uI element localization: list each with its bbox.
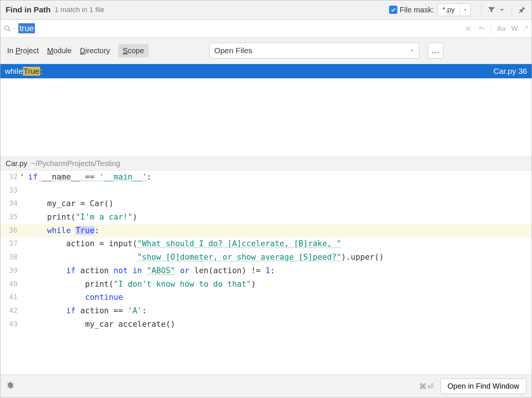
file-mask-combobox[interactable]: *.py [437, 3, 471, 16]
scope-toolbar: In Project Module Directory Scope Open F… [0, 37, 532, 64]
preview-file: Car.py [6, 159, 27, 168]
gutter-line-number: 35 [0, 211, 20, 223]
gutter-line-number: 38 [0, 251, 20, 263]
file-mask-checkbox[interactable] [389, 6, 397, 14]
gutter-line-number: 34 [0, 197, 20, 209]
separator [512, 5, 512, 15]
gutter-line-number: 42 [0, 304, 20, 316]
search-input-value: true [18, 23, 35, 33]
result-line: 36 [518, 67, 527, 76]
code-line: if action not in "ABOS" or len(action) !… [27, 264, 275, 278]
clear-icon[interactable] [464, 24, 472, 33]
filter-icon[interactable] [487, 5, 496, 14]
code-line: continue [27, 291, 123, 304]
gutter-line-number: 39 [0, 264, 20, 276]
svg-point-0 [5, 26, 9, 30]
open-in-find-window-button[interactable]: Open in Find Window [440, 379, 526, 394]
run-gutter-icon[interactable] [20, 171, 27, 177]
chevron-down-icon [409, 48, 415, 53]
scope-tab-scope[interactable]: Scope [118, 44, 149, 57]
dialog-footer: ⌘⏎ Open in Find Window [0, 374, 532, 398]
code-line: action = input("What should I do? [A]cce… [27, 237, 341, 251]
gutter-line-number: 36 [0, 224, 20, 236]
dialog-title: Find in Path [6, 5, 51, 14]
chevron-down-small-icon[interactable] [497, 5, 506, 14]
result-file: Car.py [493, 67, 516, 76]
result-pre: while [5, 67, 23, 76]
code-line: while True: [27, 224, 99, 238]
scope-more-button[interactable]: ... [428, 43, 443, 58]
preview-header: Car.py ~/PycharmProjects/Testing [0, 157, 532, 171]
scope-tab-module[interactable]: Module [47, 44, 72, 57]
match-count: 1 match in 1 file [54, 6, 104, 14]
results-empty-area [0, 78, 532, 157]
gutter-line-number: 37 [0, 237, 20, 249]
gutter-line-number: 33 [0, 184, 20, 196]
code-preview[interactable]: 32 if __name__ == '__main__': 33 34 my_c… [0, 171, 532, 374]
result-row[interactable]: while True : Car.py 36 [0, 64, 532, 78]
dialog-header: Find in Path 1 match in 1 file File mask… [0, 0, 532, 19]
search-icon [3, 24, 12, 33]
preview-path: ~/PycharmProjects/Testing [31, 159, 120, 168]
search-input[interactable]: true [18, 24, 464, 33]
match-case-toggle[interactable]: Aa [497, 24, 506, 33]
scope-dropdown[interactable]: Open Files [209, 43, 419, 58]
scope-tab-directory[interactable]: Directory [80, 44, 110, 57]
scope-tab-project[interactable]: In Project [7, 44, 39, 57]
code-line: if action == 'A': [27, 304, 147, 318]
gutter-line-number: 40 [0, 278, 20, 290]
scope-dropdown-value: Open Files [214, 46, 252, 55]
gear-icon[interactable] [6, 381, 14, 391]
file-mask-label: File mask: [400, 6, 434, 14]
gutter-line-number: 32 [0, 171, 20, 183]
result-post: : [40, 67, 42, 76]
code-line: if __name__ == '__main__': [27, 171, 152, 184]
whole-words-toggle[interactable]: W [511, 24, 518, 33]
pin-icon[interactable] [517, 5, 526, 14]
separator [491, 24, 491, 33]
code-line: "show [O]dometer, or show average [S]pee… [27, 251, 384, 264]
separator [481, 5, 482, 15]
chevron-down-icon[interactable] [459, 4, 470, 16]
file-mask-value: *.py [438, 6, 459, 14]
undo-icon[interactable] [478, 24, 486, 33]
code-line [27, 184, 33, 198]
search-bar: true Aa W .* [0, 19, 532, 37]
gutter-line-number: 41 [0, 291, 20, 303]
regex-toggle[interactable]: .* [523, 24, 528, 33]
code-line: my_car accelerate() [27, 318, 175, 331]
gutter-line-number: 43 [0, 318, 20, 330]
shortcut-hint: ⌘⏎ [419, 382, 434, 391]
code-line: print("I'm a car!") [27, 211, 137, 224]
code-line: print("I don't know how to do that") [27, 278, 256, 291]
code-line: my_car = Car() [27, 197, 114, 211]
result-match: True [23, 67, 40, 76]
search-history-dropdown-icon[interactable] [12, 27, 16, 30]
